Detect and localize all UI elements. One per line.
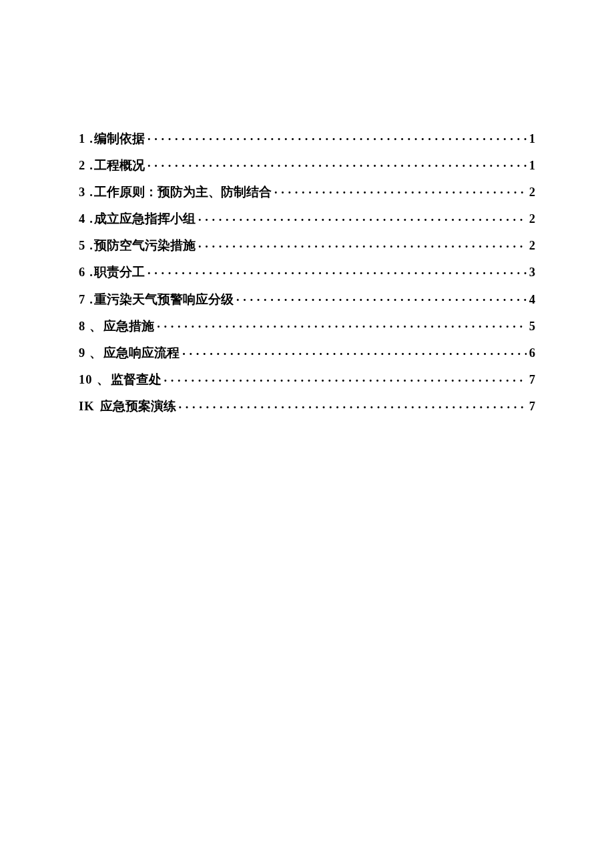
toc-separator: . [89,186,93,199]
toc-title: 预防空气污染措施 [94,240,196,252]
toc-page-num: 7 [529,374,535,386]
toc-title: 应急响应流程 [103,347,180,360]
toc-entry: 6 . 职责分工 3 [79,264,535,279]
toc-title: 监督查处 [111,374,162,386]
toc-separator: . [89,240,93,252]
toc-entry: 7 . 重污染天气预警响应分级 4 [79,291,535,306]
toc-title: 工作原则：预防为主、防制结合 [94,186,272,199]
toc-leader [198,211,527,224]
toc-leader [182,345,527,358]
toc-entry: 2 . 工程概况 1 [79,157,535,171]
toc-leader [147,130,527,143]
toc-number: 2 [79,159,85,172]
toc-separator: . [89,294,93,306]
toc-page-num: 2 [529,186,535,199]
toc-number: 7 [79,294,85,306]
toc-page-num: 1 [529,159,535,172]
toc-separator: . [89,159,93,172]
toc-number: IK [79,400,95,413]
table-of-contents: 1 . 编制依据 1 2 . 工程概况 1 3 . 工作原则：预防为主、防制结合… [79,130,535,413]
toc-page-num: 2 [529,213,535,226]
page: 1 . 编制依据 1 2 . 工程概况 1 3 . 工作原则：预防为主、防制结合… [0,0,614,413]
toc-leader [147,264,527,277]
toc-number: 5 [79,240,85,252]
toc-number: 10 [79,374,93,386]
toc-separator: 、 [89,347,102,360]
toc-page-num: 6 [529,347,535,360]
toc-separator: 、 [89,320,102,333]
toc-page-num: 4 [529,294,535,306]
toc-number: 8 [79,320,85,333]
toc-entry: IK 应急预案演练 7 [79,398,535,413]
toc-page-num: 1 [529,133,535,145]
toc-separator: . [89,213,93,226]
toc-title: 工程概况 [94,159,145,172]
toc-entry: 8 、 应急措施 5 [79,318,535,332]
toc-separator: . [89,133,93,145]
toc-leader [236,291,527,304]
toc-title: 成立应急指挥小组 [94,213,196,226]
toc-page-num: 2 [529,240,535,252]
toc-entry: 10 、 监督查处 7 [79,372,535,386]
toc-number: 3 [79,186,85,199]
toc-entry: 5 . 预防空气污染措施 2 [79,238,535,252]
toc-separator: . [89,266,93,279]
toc-title: 应急预案演练 [100,400,176,413]
toc-number: 6 [79,266,85,279]
toc-leader [147,157,527,169]
toc-leader [157,318,527,330]
toc-title: 编制依据 [94,133,145,145]
toc-entry: 3 . 工作原则：预防为主、防制结合 2 [79,183,535,198]
toc-leader [274,183,527,196]
toc-number: 4 [79,213,85,226]
toc-title: 职责分工 [94,266,145,279]
toc-page-num: 5 [529,320,535,333]
toc-leader [164,372,527,384]
toc-entry: 9 、 应急响应流程 6 [79,345,535,360]
toc-title: 应急措施 [103,320,154,333]
toc-number: 9 [79,347,85,360]
toc-separator: 、 [97,374,109,386]
toc-title: 重污染天气预警响应分级 [94,294,234,306]
toc-leader [179,398,527,411]
toc-entry: 4 . 成立应急指挥小组 2 [79,211,535,226]
toc-entry: 1 . 编制依据 1 [79,130,535,145]
toc-number: 1 [79,133,85,145]
toc-leader [198,238,527,250]
toc-page-num: 7 [529,400,535,413]
toc-page-num: 3 [529,266,535,279]
